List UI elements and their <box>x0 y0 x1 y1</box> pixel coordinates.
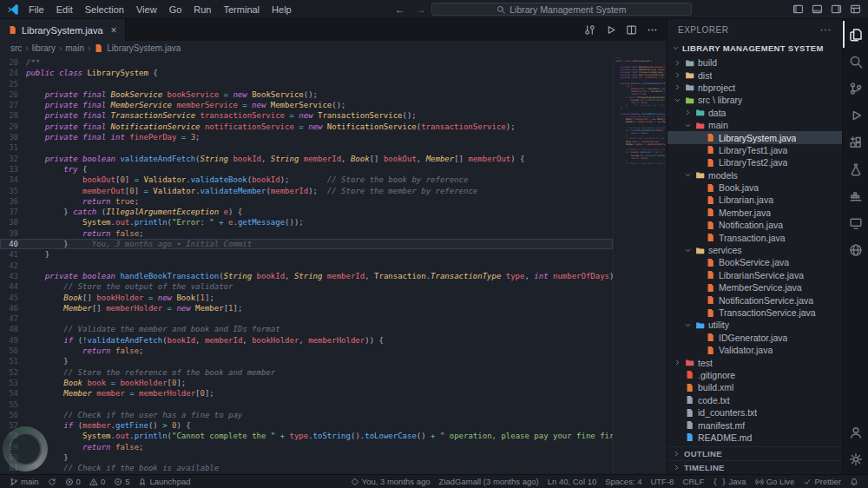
tree-file--gitignore[interactable]: .gitignore <box>667 369 842 381</box>
tree-file-readme-md[interactable]: README.md <box>667 432 842 444</box>
menu-go[interactable]: Go <box>163 0 188 19</box>
run-button[interactable] <box>605 24 616 36</box>
tree-folder-services[interactable]: services <box>667 244 842 256</box>
code-line-38[interactable]: 38 System.out.println("Error: " + e.getM… <box>0 217 613 228</box>
tree-folder-main[interactable]: main <box>667 119 842 131</box>
code-line-41[interactable]: 41 } <box>0 249 613 260</box>
tree-file-memberservice-java[interactable]: MemberService.java <box>667 281 842 293</box>
code-line-50[interactable]: 50 return false; <box>0 346 613 356</box>
code-line-61[interactable]: 61 // Check if the book is available <box>0 463 613 473</box>
section-timeline[interactable]: TIMELINE <box>667 460 842 474</box>
activity-extensions-icon[interactable] <box>843 129 868 155</box>
tree-folder-dist[interactable]: dist <box>667 69 842 81</box>
nav-back-icon[interactable]: ← <box>390 3 411 16</box>
code-line-55[interactable]: 55 <box>0 399 613 410</box>
status-blame-author[interactable]: You, 3 months ago <box>346 477 435 486</box>
tree-file-librarianservice-java[interactable]: LibrarianService.java <box>667 269 842 281</box>
code-line-52[interactable]: 52 // Store the reference of the book an… <box>0 367 613 378</box>
section-outline[interactable]: OUTLINE <box>667 446 842 460</box>
activity-testing-icon[interactable] <box>843 155 868 182</box>
tree-folder-models[interactable]: models <box>667 169 842 181</box>
breadcrumb-item-src[interactable]: src <box>10 43 22 53</box>
code-line-54[interactable]: 54 Member member = memberHolder[0]; <box>0 388 613 399</box>
code-line-37[interactable]: 37 } catch (IllegalArgumentException e) … <box>0 207 613 217</box>
status-launchpad[interactable]: Launchpad <box>134 477 194 486</box>
code-line-29[interactable]: 29 private final NotificationService not… <box>0 122 613 132</box>
status-language-mode[interactable]: { }Java <box>708 477 750 486</box>
tree-file-transactionservice-java[interactable]: TransactionService.java <box>667 307 842 319</box>
tree-file-idgenerator-java[interactable]: IDGenerator.java <box>667 332 842 344</box>
code-line-45[interactable]: 45 Book[] bookHolder = new Book[1]; <box>0 293 613 303</box>
customize-layout-icon[interactable] <box>850 3 861 15</box>
tree-file-transaction-java[interactable]: Transaction.java <box>667 231 842 243</box>
toggle-panel-left-icon[interactable] <box>792 3 804 15</box>
menu-selection[interactable]: Selection <box>79 0 130 19</box>
explorer-more-actions-icon[interactable]: ··· <box>820 23 832 36</box>
code-line-27[interactable]: 27 private final MemberService memberSer… <box>0 100 613 110</box>
code-line-20[interactable]: 20/** <box>0 57 613 68</box>
tree-file-book-java[interactable]: Book.java <box>667 181 842 194</box>
tree-folder-build[interactable]: build <box>667 56 842 69</box>
tree-file-librarytest2-java[interactable]: LibraryTest2.java <box>667 156 842 168</box>
tree-file-code-txt[interactable]: code.txt <box>667 394 842 406</box>
breadcrumb-item-main[interactable]: main <box>65 43 84 53</box>
code-line-24[interactable]: 24public class LibrarySystem { <box>0 68 613 78</box>
code-line-60[interactable]: 60 } <box>0 452 613 463</box>
code-line-26[interactable]: 26 private final BookService bookService… <box>0 89 613 100</box>
status-commit-author[interactable]: ZiadGamall (3 months ago) <box>435 477 543 486</box>
code-line-39[interactable]: 39 return false; <box>0 228 613 239</box>
code-line-34[interactable]: 34 bookOut[0] = Validator.validateBook(b… <box>0 175 613 185</box>
code-line-49[interactable]: 49 if (!validateAndFetch(bookId, memberI… <box>0 335 613 346</box>
tab-librarysystem-java[interactable]: LibrarySystem.java × <box>0 19 126 41</box>
tree-file-librarysystem-java[interactable]: LibrarySystem.java <box>667 131 842 143</box>
tree-file-build-xml[interactable]: build.xml <box>667 381 842 393</box>
status-counter[interactable]: 5 <box>109 477 134 486</box>
code-line-46[interactable]: 46 Member[] memberHolder = new Member[1]… <box>0 303 613 313</box>
breadcrumb-item-library[interactable]: library <box>32 43 56 53</box>
status-git-branch[interactable]: main <box>5 477 43 486</box>
activity-run-debug-icon[interactable] <box>843 102 868 129</box>
status-sync[interactable] <box>43 478 61 486</box>
command-center-search[interactable]: Library Management System <box>431 3 692 16</box>
minimap[interactable]: /**public class LibrarySystem { private … <box>613 56 667 474</box>
activity-explorer-icon[interactable] <box>843 21 868 48</box>
menu-view[interactable]: View <box>130 0 163 19</box>
toggle-panel-bottom-icon[interactable] <box>812 3 823 15</box>
code-line-28[interactable]: 28 private final TransactionService tran… <box>0 110 613 121</box>
code-line-30[interactable]: 30 private final int finePerDay = 3; <box>0 132 613 142</box>
menu-file[interactable]: File <box>23 0 50 19</box>
code-line-43[interactable]: 43 private boolean handleBookTransaction… <box>0 271 613 281</box>
status-encoding[interactable]: UTF-8 <box>646 477 678 486</box>
code-line-47[interactable]: 47 <box>0 313 613 324</box>
activity-search-icon[interactable] <box>843 48 868 75</box>
breadcrumb-item-librarysystem-java[interactable]: LibrarySystem.java <box>107 43 181 53</box>
tree-folder-nbproject[interactable]: nbproject <box>667 82 842 94</box>
tree-file-member-java[interactable]: Member.java <box>667 207 842 219</box>
tree-file-librarytest1-java[interactable]: LibraryTest1.java <box>667 144 842 156</box>
activity-remote-explorer-icon[interactable] <box>843 209 868 236</box>
code-line-32[interactable]: 32 private boolean validateAndFetch(Stri… <box>0 154 613 164</box>
menu-help[interactable]: Help <box>266 0 298 19</box>
activity-settings-icon[interactable] <box>843 445 868 472</box>
tree-file-id-counters-txt[interactable]: id_counters.txt <box>667 406 842 419</box>
code-line-31[interactable]: 31 <box>0 142 613 153</box>
code-line-59[interactable]: 59 return false; <box>0 442 613 452</box>
toggle-panel-right-icon[interactable] <box>831 3 842 15</box>
tree-file-bookservice-java[interactable]: BookService.java <box>667 256 842 268</box>
open-changes-button[interactable] <box>584 24 595 36</box>
code-line-58[interactable]: 58 System.out.println("Cannot complete t… <box>0 431 613 441</box>
status-errors[interactable]: 0 <box>61 477 85 486</box>
code-line-56[interactable]: 56 // Check if the user has a fine to pa… <box>0 410 613 420</box>
menu-run[interactable]: Run <box>187 0 217 19</box>
code-area[interactable]: 20/**24public class LibrarySystem {2526 … <box>0 56 613 474</box>
activity-account-icon[interactable] <box>843 419 868 445</box>
status-warnings[interactable]: 0 <box>85 477 109 486</box>
activity-docker-icon[interactable] <box>843 182 868 209</box>
tree-file-librarian-java[interactable]: Librarian.java <box>667 194 842 206</box>
status-eol[interactable]: CRLF <box>678 477 708 486</box>
nav-forward-icon[interactable]: → <box>411 3 431 16</box>
tree-file-notificationservice-java[interactable]: NotificationService.java <box>667 293 842 306</box>
code-line-44[interactable]: 44 // Store the output of the validator <box>0 281 613 292</box>
code-line-40[interactable]: 40 } You, 3 months ago • Initial Commit <box>0 239 613 249</box>
code-line-48[interactable]: 48 // Validate the member and book and I… <box>0 324 613 334</box>
